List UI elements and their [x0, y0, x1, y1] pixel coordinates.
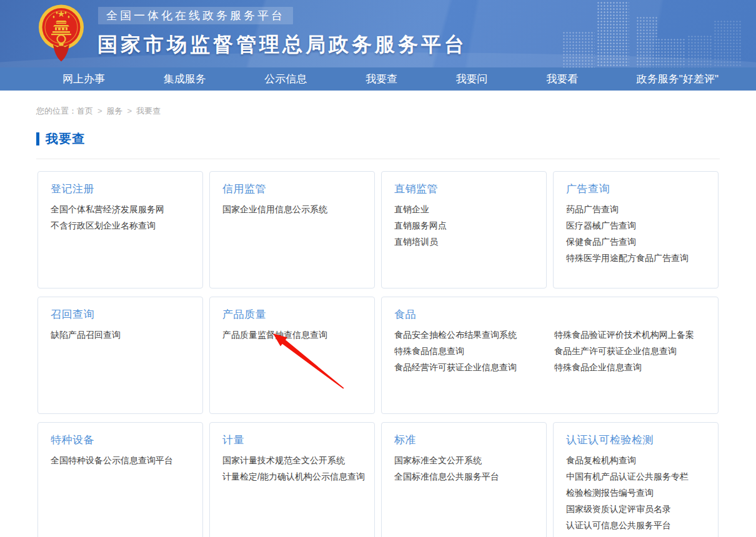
nav-item-5[interactable]: 我要看 — [546, 72, 578, 86]
service-link-list: 特殊食品验证评价技术机构网上备案食品生产许可获证企业信息查询特殊食品企业信息查询 — [554, 330, 705, 379]
service-link[interactable]: 特殊医学用途配方食品广告查询 — [566, 254, 705, 262]
breadcrumb-link-2[interactable]: 我要查 — [136, 106, 161, 116]
card-category-title[interactable]: 产品质量 — [222, 307, 362, 322]
service-card-recall: 召回查询缺陷产品召回查询 — [37, 297, 203, 414]
service-card-standards: 标准国家标准全文公开系统全国标准信息公共服务平台 — [381, 422, 547, 537]
site-title: 国家市场监督管理总局政务服务平台 — [97, 31, 467, 59]
nav-item-6[interactable]: 政务服务"好差评" — [637, 72, 719, 86]
card-category-title[interactable]: 登记注册 — [51, 182, 190, 196]
service-link[interactable]: 产品质量监督抽查信息查询 — [222, 330, 362, 339]
service-link[interactable]: 中国有机产品认证公共服务专栏 — [566, 472, 705, 481]
service-card-direct-selling: 直销监管直销企业直销服务网点直销培训员 — [381, 171, 547, 288]
service-card-advertising: 广告查询药品广告查询医疗器械广告查询保健食品广告查询特殊医学用途配方食品广告查询 — [553, 171, 719, 288]
service-card-food: 食品食品安全抽检公布结果查询系统特殊食品信息查询食品经营许可获证企业信息查询特殊… — [381, 297, 719, 414]
breadcrumb-separator: > — [127, 106, 132, 116]
service-link[interactable]: 食品复检机构查询 — [566, 456, 705, 465]
card-category-title[interactable]: 信用监管 — [222, 182, 362, 196]
service-link[interactable]: 直销服务网点 — [394, 221, 534, 230]
service-link-list: 国家企业信用信息公示系统 — [222, 205, 362, 214]
main-nav: 网上办事集成服务公示信息我要查我要问我要看政务服务"好差评" — [0, 67, 756, 91]
section-divider — [36, 159, 720, 159]
service-card-registration: 登记注册全国个体私营经济发展服务网不含行政区划企业名称查询 — [37, 171, 203, 288]
section-head: 我要查 — [36, 131, 720, 147]
service-link-list: 国家标准全文公开系统全国标准信息公共服务平台 — [394, 456, 534, 481]
nav-item-3[interactable]: 我要查 — [366, 72, 397, 86]
service-link[interactable]: 全国特种设备公示信息查询平台 — [51, 456, 190, 465]
card-category-title[interactable]: 标准 — [394, 433, 534, 447]
service-link[interactable]: 食品安全抽检公布结果查询系统 — [394, 330, 545, 339]
service-link[interactable]: 直销企业 — [394, 205, 534, 214]
service-link[interactable]: 计量检定/能力确认机构公示信息查询 — [222, 472, 362, 481]
service-link[interactable]: 不含行政区划企业名称查询 — [51, 221, 190, 230]
national-platform-badge: 全国一体化在线政务服务平台 — [98, 7, 293, 24]
service-link[interactable]: 缺陷产品召回查询 — [51, 330, 190, 339]
service-link[interactable]: 直销培训员 — [394, 237, 534, 246]
card-category-title[interactable]: 认证认可检验检测 — [566, 433, 705, 447]
service-link-list: 缺陷产品召回查询 — [51, 330, 190, 339]
service-link[interactable]: 国家级资质认定评审员名录 — [566, 505, 705, 513]
service-link[interactable]: 全国个体私营经济发展服务网 — [51, 205, 190, 214]
service-card-product-quality: 产品质量产品质量监督抽查信息查询 — [209, 297, 375, 414]
breadcrumb-items: 首页>服务>我要查 — [77, 106, 161, 116]
service-link[interactable]: 国家企业信用信息公示系统 — [222, 205, 362, 214]
card-link-columns: 食品安全抽检公布结果查询系统特殊食品信息查询食品经营许可获证企业信息查询特殊食品… — [394, 322, 705, 379]
service-link-list: 国家计量技术规范全文公开系统计量检定/能力确认机构公示信息查询 — [222, 456, 362, 481]
breadcrumb-label: 您的位置： — [36, 106, 77, 116]
city-skyline-decoration — [550, 0, 756, 67]
card-category-title[interactable]: 直销监管 — [394, 182, 534, 196]
service-link[interactable]: 特殊食品信息查询 — [394, 347, 545, 355]
page-title: 我要查 — [46, 131, 85, 147]
breadcrumb-separator: > — [97, 106, 102, 116]
card-category-title[interactable]: 食品 — [394, 307, 705, 322]
card-category-title[interactable]: 特种设备 — [51, 433, 190, 447]
service-link[interactable]: 全国标准信息公共服务平台 — [394, 472, 534, 481]
service-link[interactable]: 特殊食品验证评价技术机构网上备案 — [554, 330, 705, 339]
card-category-title[interactable]: 广告查询 — [566, 182, 705, 196]
card-category-title[interactable]: 计量 — [222, 433, 362, 447]
service-link[interactable]: 特殊食品企业信息查询 — [554, 363, 705, 372]
site-header: 全国一体化在线政务服务平台 国家市场监督管理总局政务服务平台 — [0, 0, 756, 67]
service-link-list: 全国个体私营经济发展服务网不含行政区划企业名称查询 — [51, 205, 190, 230]
breadcrumb-link-1[interactable]: 服务 — [107, 106, 123, 116]
section-title-bar — [36, 132, 39, 145]
service-link[interactable]: 食品经营许可获证企业信息查询 — [394, 363, 545, 372]
service-link-list: 直销企业直销服务网点直销培训员 — [394, 205, 534, 246]
service-link[interactable]: 药品广告查询 — [566, 205, 705, 214]
service-link[interactable]: 医疗器械广告查询 — [566, 221, 705, 230]
service-card-metrology: 计量国家计量技术规范全文公开系统计量检定/能力确认机构公示信息查询 — [209, 422, 375, 537]
service-link-list: 食品复检机构查询中国有机产品认证公共服务专栏检验检测报告编号查询国家级资质认定评… — [566, 456, 705, 530]
cards-grid: 登记注册全国个体私营经济发展服务网不含行政区划企业名称查询信用监管国家企业信用信… — [37, 171, 719, 537]
service-link[interactable]: 保健食品广告查询 — [566, 237, 705, 246]
breadcrumb-link-0[interactable]: 首页 — [77, 106, 93, 116]
nav-item-0[interactable]: 网上办事 — [62, 72, 105, 86]
service-card-credit: 信用监管国家企业信用信息公示系统 — [209, 171, 375, 288]
service-link[interactable]: 国家计量技术规范全文公开系统 — [222, 456, 362, 465]
card-category-title[interactable]: 召回查询 — [51, 307, 190, 322]
nav-item-1[interactable]: 集成服务 — [164, 72, 206, 86]
service-link[interactable]: 检验检测报告编号查询 — [566, 488, 705, 497]
service-link-list: 全国特种设备公示信息查询平台 — [51, 456, 190, 465]
service-link[interactable]: 认证认可信息公共服务平台 — [566, 521, 705, 530]
service-link[interactable]: 食品生产许可获证企业信息查询 — [554, 347, 705, 355]
service-link-list: 食品安全抽检公布结果查询系统特殊食品信息查询食品经营许可获证企业信息查询 — [394, 330, 545, 379]
breadcrumb: 您的位置：首页>服务>我要查 — [36, 106, 720, 117]
service-link-list: 产品质量监督抽查信息查询 — [222, 330, 362, 339]
national-emblem-logo — [38, 3, 84, 64]
service-card-special-equipment: 特种设备全国特种设备公示信息查询平台 — [37, 422, 203, 537]
nav-item-4[interactable]: 我要问 — [456, 72, 488, 86]
service-link[interactable]: 国家标准全文公开系统 — [394, 456, 534, 465]
service-card-certification: 认证认可检验检测食品复检机构查询中国有机产品认证公共服务专栏检验检测报告编号查询… — [553, 422, 719, 537]
nav-item-2[interactable]: 公示信息 — [264, 72, 307, 86]
service-link-list: 药品广告查询医疗器械广告查询保健食品广告查询特殊医学用途配方食品广告查询 — [566, 205, 705, 262]
